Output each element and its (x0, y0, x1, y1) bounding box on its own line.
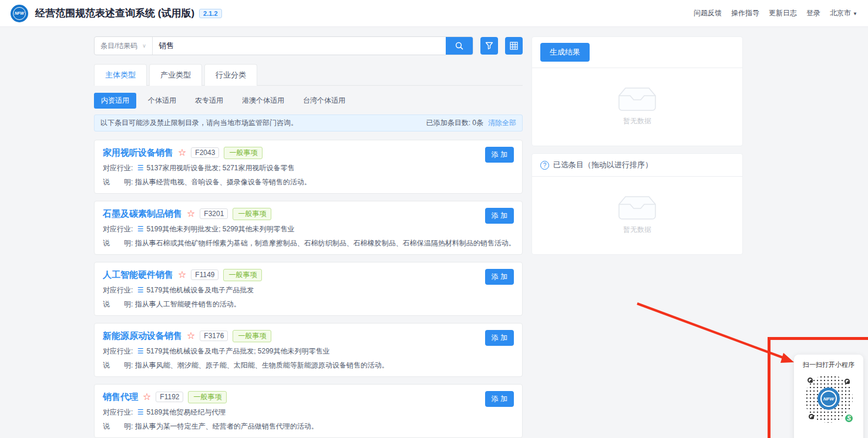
description-text: 指从事人工智能硬件销售的活动。 (135, 299, 241, 310)
filter-individual[interactable]: 个体适用 (141, 93, 183, 109)
search-category-label: 条目/结果码 (100, 41, 137, 51)
app-header: NFW 经营范围规范表述查询系统 (试用版) 2.1.2 问题反馈 操作指导 更… (0, 0, 868, 27)
empty-state-text: 暂无数据 (623, 116, 651, 126)
favorite-star-icon[interactable]: ☆ (178, 270, 186, 279)
result-title-link[interactable]: 石墨及碳素制品销售 (103, 208, 182, 220)
general-item-tag: 一般事项 (223, 269, 262, 281)
region-label: 北京市 (830, 9, 851, 17)
tab-industry-classification[interactable]: 行业分类 (204, 64, 257, 86)
favorite-star-icon[interactable]: ☆ (187, 209, 195, 218)
table-view-button[interactable] (505, 37, 523, 55)
clear-all-link[interactable]: 清除全部 (488, 118, 516, 128)
industry-list-icon[interactable]: ☰ (137, 285, 144, 296)
industry-text: 5189其他贸易经纪与代理 (146, 407, 226, 418)
favorite-star-icon[interactable]: ☆ (143, 392, 151, 402)
nav-login-link[interactable]: 登录 (806, 8, 820, 18)
description-text: 指从事经营电视、音响设备、摄录像设备等销售的活动。 (135, 177, 311, 188)
app-logo-icon: NFW (11, 5, 28, 22)
tab-subject-type[interactable]: 主体类型 (94, 64, 147, 86)
header-nav: 问题反馈 操作指导 更新日志 登录 北京市▼ (694, 8, 857, 18)
qr-eye-icon (808, 378, 813, 383)
filter-button[interactable] (480, 37, 498, 55)
generate-result-card: 生成结果 暂无数据 (531, 36, 743, 146)
description-label: 说 明: (103, 360, 135, 371)
nav-changelog-link[interactable]: 更新日志 (769, 8, 797, 18)
result-title-link[interactable]: 新能源原动设备销售 (103, 331, 182, 342)
miniprogram-qr-card: 扫一扫打开小程序 NFW S (794, 355, 863, 438)
funnel-icon (485, 42, 493, 50)
result-item: 销售代理 ☆ F1192 一般事项 添 加 对应行业: ☰ 5189其他贸易经纪… (94, 384, 523, 438)
industry-label: 对应行业: (103, 346, 135, 357)
generate-result-button[interactable]: 生成结果 (540, 43, 590, 62)
add-button[interactable]: 添 加 (485, 391, 514, 407)
industry-list-icon[interactable]: ☰ (137, 407, 144, 418)
industry-list-icon[interactable]: ☰ (137, 224, 144, 235)
selected-items-title: 已选条目（拖动以进行排序） (553, 160, 652, 170)
description-label: 说 明: (103, 299, 135, 310)
version-badge: 2.1.2 (199, 9, 221, 18)
app-logo-text: NFW (13, 7, 26, 20)
industry-label: 对应行业: (103, 224, 135, 235)
industry-label: 对应行业: (103, 285, 135, 296)
favorite-star-icon[interactable]: ☆ (187, 331, 195, 341)
qr-eye-icon (809, 414, 814, 419)
general-item-tag: 一般事项 (188, 391, 227, 403)
result-list: 家用视听设备销售 ☆ F2043 一般事项 添 加 对应行业: ☰ 5137家用… (94, 140, 523, 438)
industry-text: 5179其他机械设备及电子产品批发 (146, 285, 254, 296)
page-title: 经营范围规范表述查询系统 (试用版) (35, 6, 194, 20)
result-code-badge: F1149 (191, 269, 218, 280)
nav-feedback-link[interactable]: 问题反馈 (694, 8, 722, 18)
add-button[interactable]: 添 加 (485, 269, 514, 285)
result-title-link[interactable]: 销售代理 (103, 392, 138, 403)
qr-eye-icon (845, 379, 850, 384)
search-category-dropdown[interactable]: 条目/结果码 ∨ (95, 37, 153, 55)
industry-label: 对应行业: (103, 407, 135, 418)
description-label: 说 明: (103, 421, 135, 432)
filter-hk-mo-individual[interactable]: 港澳个体适用 (235, 93, 291, 109)
description-text: 指从事石棉或其他矿物纤维素为基础，制造摩擦制品、石棉纺织制品、石棉橡胶制品、石棉… (135, 238, 514, 249)
search-input-group: 条目/结果码 ∨ (94, 36, 473, 55)
filter-domestic[interactable]: 内资适用 (94, 93, 136, 109)
chevron-down-icon: ▼ (853, 11, 857, 16)
general-item-tag: 一般事项 (224, 147, 263, 159)
qr-center-logo: NFW (817, 388, 840, 410)
add-button[interactable]: 添 加 (485, 147, 514, 163)
general-item-tag: 一般事项 (233, 330, 271, 342)
filter-farm-coop[interactable]: 农专适用 (188, 93, 230, 109)
filter-tw-individual[interactable]: 台湾个体适用 (296, 93, 352, 109)
result-title-link[interactable]: 人工智能硬件销售 (103, 269, 173, 281)
tab-industry-type[interactable]: 产业类型 (149, 64, 202, 86)
industry-text: 5137家用视听设备批发; 5271家用视听设备零售 (146, 163, 294, 174)
region-selector[interactable]: 北京市▼ (830, 8, 857, 18)
chevron-down-icon: ∨ (142, 43, 146, 49)
applicability-filters: 内资适用 个体适用 农专适用 港澳个体适用 台湾个体适用 (94, 93, 523, 109)
result-item: 石墨及碳素制品销售 ☆ F3201 一般事项 添 加 对应行业: ☰ 5199其… (94, 201, 523, 255)
description-text: 指从事风能、潮汐能、原子能、太阳能、生物质能等新能源原动设备销售的活动。 (135, 360, 389, 371)
description-label: 说 明: (103, 177, 135, 188)
add-button[interactable]: 添 加 (485, 208, 514, 224)
industry-list-icon[interactable]: ☰ (137, 346, 144, 357)
result-title-link[interactable]: 家用视听设备销售 (103, 147, 173, 159)
industry-text: 5199其他未列明批发业; 5299其他未列明零售业 (146, 224, 294, 235)
result-code-badge: F1192 (156, 392, 183, 402)
result-code-badge: F3176 (200, 331, 228, 341)
search-input[interactable] (153, 37, 446, 55)
app-root: NFW 经营范围规范表述查询系统 (试用版) 2.1.2 问题反馈 操作指导 更… (0, 0, 868, 438)
nav-guide-link[interactable]: 操作指导 (731, 8, 759, 18)
add-button[interactable]: 添 加 (485, 330, 514, 346)
qr-caption: 扫一扫打开小程序 (794, 360, 863, 369)
search-button[interactable] (446, 37, 473, 55)
industry-text: 5179其他机械设备及电子产品批发; 5299其他未列明零售业 (146, 346, 329, 357)
description-text: 指从事为某一特定生产、经营者的产品做销售代理的活动。 (135, 421, 318, 432)
qr-code: NFW S (805, 375, 853, 423)
industry-label: 对应行业: (103, 163, 135, 174)
industry-list-icon[interactable]: ☰ (137, 163, 144, 174)
general-item-tag: 一般事项 (233, 208, 271, 220)
notice-bar: 以下条目可能涉及禁止限制目录，请向当地市场监管部门咨询。 已添加条目数: 0条 … (94, 114, 523, 132)
result-item: 人工智能硬件销售 ☆ F1149 一般事项 添 加 对应行业: ☰ 5179其他… (94, 262, 523, 316)
side-column: 生成结果 暂无数据 ? 已选条目（拖动以进行排序） 暂无数据 (531, 36, 743, 255)
search-icon (455, 41, 464, 50)
category-tabs: 主体类型 产业类型 行业分类 (94, 63, 523, 86)
added-count-label: 已添加条目数: 0条 (426, 118, 483, 128)
favorite-star-icon[interactable]: ☆ (178, 148, 186, 157)
